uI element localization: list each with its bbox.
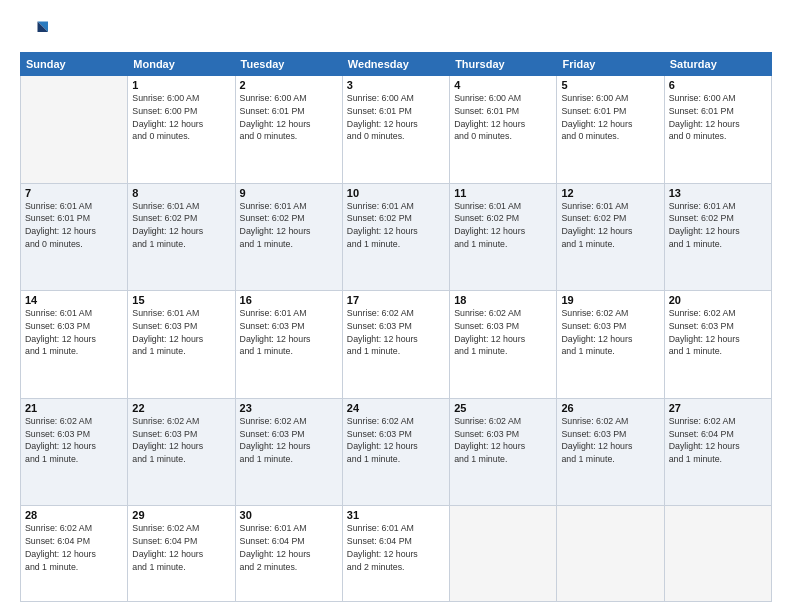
- day-cell: 1Sunrise: 6:00 AMSunset: 6:00 PMDaylight…: [128, 76, 235, 184]
- day-number: 11: [454, 187, 552, 199]
- day-cell: 28Sunrise: 6:02 AMSunset: 6:04 PMDayligh…: [21, 506, 128, 602]
- day-cell: 20Sunrise: 6:02 AMSunset: 6:03 PMDayligh…: [664, 291, 771, 399]
- day-cell: 9Sunrise: 6:01 AMSunset: 6:02 PMDaylight…: [235, 183, 342, 291]
- day-cell: 15Sunrise: 6:01 AMSunset: 6:03 PMDayligh…: [128, 291, 235, 399]
- header: [20, 18, 772, 46]
- day-number: 5: [561, 79, 659, 91]
- day-number: 27: [669, 402, 767, 414]
- day-number: 16: [240, 294, 338, 306]
- day-cell: 4Sunrise: 6:00 AMSunset: 6:01 PMDaylight…: [450, 76, 557, 184]
- day-info: Sunrise: 6:01 AMSunset: 6:01 PMDaylight:…: [25, 200, 123, 251]
- day-cell: 11Sunrise: 6:01 AMSunset: 6:02 PMDayligh…: [450, 183, 557, 291]
- day-cell: 7Sunrise: 6:01 AMSunset: 6:01 PMDaylight…: [21, 183, 128, 291]
- day-number: 10: [347, 187, 445, 199]
- day-number: 30: [240, 509, 338, 521]
- day-info: Sunrise: 6:01 AMSunset: 6:04 PMDaylight:…: [347, 522, 445, 573]
- day-info: Sunrise: 6:02 AMSunset: 6:04 PMDaylight:…: [25, 522, 123, 573]
- day-number: 31: [347, 509, 445, 521]
- day-cell: 13Sunrise: 6:01 AMSunset: 6:02 PMDayligh…: [664, 183, 771, 291]
- day-number: 18: [454, 294, 552, 306]
- day-number: 2: [240, 79, 338, 91]
- day-cell: 23Sunrise: 6:02 AMSunset: 6:03 PMDayligh…: [235, 398, 342, 506]
- day-cell: 3Sunrise: 6:00 AMSunset: 6:01 PMDaylight…: [342, 76, 449, 184]
- day-cell: 25Sunrise: 6:02 AMSunset: 6:03 PMDayligh…: [450, 398, 557, 506]
- week-row-1: 1Sunrise: 6:00 AMSunset: 6:00 PMDaylight…: [21, 76, 772, 184]
- day-info: Sunrise: 6:01 AMSunset: 6:04 PMDaylight:…: [240, 522, 338, 573]
- calendar-table: SundayMondayTuesdayWednesdayThursdayFrid…: [20, 52, 772, 602]
- day-info: Sunrise: 6:02 AMSunset: 6:03 PMDaylight:…: [561, 307, 659, 358]
- weekday-header-wednesday: Wednesday: [342, 53, 449, 76]
- weekday-header-sunday: Sunday: [21, 53, 128, 76]
- weekday-header-row: SundayMondayTuesdayWednesdayThursdayFrid…: [21, 53, 772, 76]
- day-number: 7: [25, 187, 123, 199]
- day-number: 13: [669, 187, 767, 199]
- day-number: 9: [240, 187, 338, 199]
- day-cell: 14Sunrise: 6:01 AMSunset: 6:03 PMDayligh…: [21, 291, 128, 399]
- day-info: Sunrise: 6:00 AMSunset: 6:01 PMDaylight:…: [454, 92, 552, 143]
- day-info: Sunrise: 6:01 AMSunset: 6:02 PMDaylight:…: [454, 200, 552, 251]
- day-info: Sunrise: 6:02 AMSunset: 6:03 PMDaylight:…: [561, 415, 659, 466]
- day-info: Sunrise: 6:01 AMSunset: 6:02 PMDaylight:…: [669, 200, 767, 251]
- day-number: 26: [561, 402, 659, 414]
- day-info: Sunrise: 6:02 AMSunset: 6:03 PMDaylight:…: [454, 307, 552, 358]
- day-number: 20: [669, 294, 767, 306]
- page: SundayMondayTuesdayWednesdayThursdayFrid…: [0, 0, 792, 612]
- day-number: 14: [25, 294, 123, 306]
- day-info: Sunrise: 6:02 AMSunset: 6:03 PMDaylight:…: [347, 307, 445, 358]
- weekday-header-monday: Monday: [128, 53, 235, 76]
- day-cell: 18Sunrise: 6:02 AMSunset: 6:03 PMDayligh…: [450, 291, 557, 399]
- day-info: Sunrise: 6:02 AMSunset: 6:03 PMDaylight:…: [25, 415, 123, 466]
- day-cell: 26Sunrise: 6:02 AMSunset: 6:03 PMDayligh…: [557, 398, 664, 506]
- day-info: Sunrise: 6:00 AMSunset: 6:01 PMDaylight:…: [669, 92, 767, 143]
- day-info: Sunrise: 6:02 AMSunset: 6:03 PMDaylight:…: [454, 415, 552, 466]
- day-cell: 17Sunrise: 6:02 AMSunset: 6:03 PMDayligh…: [342, 291, 449, 399]
- day-cell: 6Sunrise: 6:00 AMSunset: 6:01 PMDaylight…: [664, 76, 771, 184]
- day-cell: 22Sunrise: 6:02 AMSunset: 6:03 PMDayligh…: [128, 398, 235, 506]
- week-row-3: 14Sunrise: 6:01 AMSunset: 6:03 PMDayligh…: [21, 291, 772, 399]
- logo: [20, 18, 52, 46]
- day-info: Sunrise: 6:02 AMSunset: 6:04 PMDaylight:…: [669, 415, 767, 466]
- day-info: Sunrise: 6:01 AMSunset: 6:02 PMDaylight:…: [347, 200, 445, 251]
- day-cell: 21Sunrise: 6:02 AMSunset: 6:03 PMDayligh…: [21, 398, 128, 506]
- logo-icon: [20, 18, 48, 46]
- day-number: 17: [347, 294, 445, 306]
- day-number: 22: [132, 402, 230, 414]
- day-info: Sunrise: 6:02 AMSunset: 6:03 PMDaylight:…: [669, 307, 767, 358]
- week-row-2: 7Sunrise: 6:01 AMSunset: 6:01 PMDaylight…: [21, 183, 772, 291]
- day-number: 12: [561, 187, 659, 199]
- day-cell: 10Sunrise: 6:01 AMSunset: 6:02 PMDayligh…: [342, 183, 449, 291]
- day-number: 6: [669, 79, 767, 91]
- day-info: Sunrise: 6:01 AMSunset: 6:02 PMDaylight:…: [132, 200, 230, 251]
- day-cell: 19Sunrise: 6:02 AMSunset: 6:03 PMDayligh…: [557, 291, 664, 399]
- day-number: 8: [132, 187, 230, 199]
- day-cell: 5Sunrise: 6:00 AMSunset: 6:01 PMDaylight…: [557, 76, 664, 184]
- day-cell: 27Sunrise: 6:02 AMSunset: 6:04 PMDayligh…: [664, 398, 771, 506]
- day-number: 28: [25, 509, 123, 521]
- day-info: Sunrise: 6:01 AMSunset: 6:03 PMDaylight:…: [240, 307, 338, 358]
- day-info: Sunrise: 6:02 AMSunset: 6:03 PMDaylight:…: [347, 415, 445, 466]
- week-row-4: 21Sunrise: 6:02 AMSunset: 6:03 PMDayligh…: [21, 398, 772, 506]
- day-cell: 16Sunrise: 6:01 AMSunset: 6:03 PMDayligh…: [235, 291, 342, 399]
- weekday-header-saturday: Saturday: [664, 53, 771, 76]
- day-number: 4: [454, 79, 552, 91]
- day-cell: 31Sunrise: 6:01 AMSunset: 6:04 PMDayligh…: [342, 506, 449, 602]
- day-number: 21: [25, 402, 123, 414]
- day-info: Sunrise: 6:02 AMSunset: 6:04 PMDaylight:…: [132, 522, 230, 573]
- day-cell: 2Sunrise: 6:00 AMSunset: 6:01 PMDaylight…: [235, 76, 342, 184]
- day-info: Sunrise: 6:00 AMSunset: 6:01 PMDaylight:…: [240, 92, 338, 143]
- day-cell: [21, 76, 128, 184]
- day-number: 15: [132, 294, 230, 306]
- day-cell: 30Sunrise: 6:01 AMSunset: 6:04 PMDayligh…: [235, 506, 342, 602]
- weekday-header-tuesday: Tuesday: [235, 53, 342, 76]
- day-info: Sunrise: 6:00 AMSunset: 6:01 PMDaylight:…: [561, 92, 659, 143]
- day-cell: [557, 506, 664, 602]
- weekday-header-thursday: Thursday: [450, 53, 557, 76]
- week-row-5: 28Sunrise: 6:02 AMSunset: 6:04 PMDayligh…: [21, 506, 772, 602]
- day-cell: [450, 506, 557, 602]
- day-number: 3: [347, 79, 445, 91]
- day-info: Sunrise: 6:01 AMSunset: 6:02 PMDaylight:…: [561, 200, 659, 251]
- day-number: 24: [347, 402, 445, 414]
- day-cell: 12Sunrise: 6:01 AMSunset: 6:02 PMDayligh…: [557, 183, 664, 291]
- day-number: 1: [132, 79, 230, 91]
- day-cell: 29Sunrise: 6:02 AMSunset: 6:04 PMDayligh…: [128, 506, 235, 602]
